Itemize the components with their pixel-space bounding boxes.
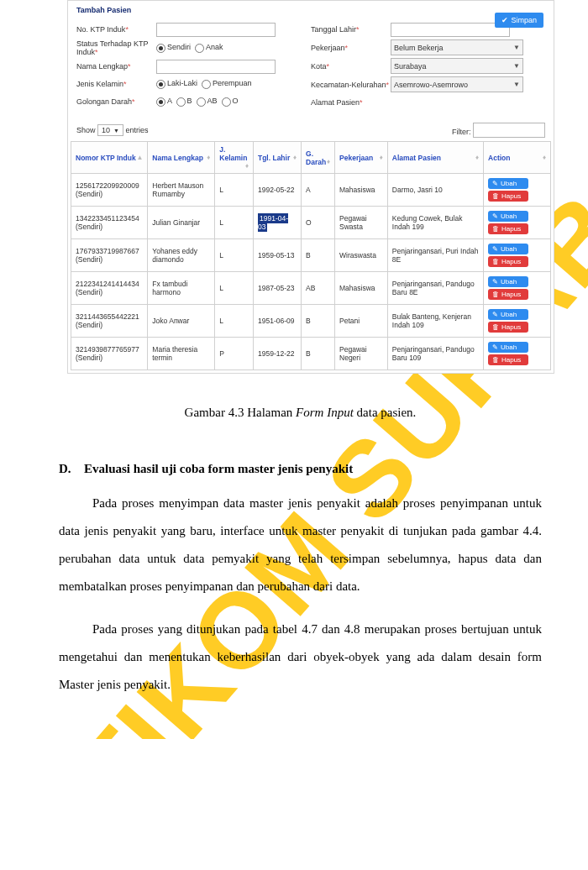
cell-alamat: Darmo, Jasri 10 [387, 174, 483, 207]
table-row: 1256172209920009(Sendiri)Herbert Mauson … [71, 174, 551, 207]
cell-alamat: Kedung Cowek, Bulak Indah 199 [387, 207, 483, 239]
kota-label: Kota* [311, 62, 391, 71]
radio-perempuan[interactable] [202, 80, 211, 89]
noktp-label: No. KTP Induk* [76, 25, 156, 34]
status-label: Status Terhadap KTP Induk* [76, 39, 156, 56]
check-icon: ✔ [501, 16, 508, 24]
cell-gd: A [302, 174, 335, 207]
radio-laki-label: Laki-Laki [167, 79, 197, 87]
paragraph-2: Pada proses yang ditunjukan pada tabel 4… [59, 616, 542, 699]
kota-select[interactable]: Surabaya▼ [391, 58, 523, 74]
panel-title: Tambah Pasien [68, 1, 554, 19]
radio-sendiri[interactable] [156, 44, 165, 53]
patient-table: Nomor KTP Induk▲ Nama Lengkap♦ J. Kelami… [71, 141, 551, 370]
th-jk[interactable]: J. Kelamin♦ [215, 142, 254, 174]
jk-label: Jenis Kelamin* [76, 80, 156, 88]
show-entries: Show 10▼ entries [76, 124, 149, 136]
cell-ktp: 1256172209920009(Sendiri) [71, 174, 148, 207]
nama-input[interactable] [156, 60, 276, 74]
cell-pek: Pegawai Negeri [335, 338, 388, 370]
edit-button[interactable]: ✎ Ubah [488, 309, 528, 320]
cell-pek: Petani [335, 305, 388, 338]
cell-pek: Mahasiswa [335, 174, 388, 207]
sort-icon: ♦ [245, 162, 249, 170]
radio-anak[interactable] [195, 44, 204, 53]
sort-icon: ♦ [380, 154, 383, 161]
cell-action: ✎ Ubah🗑 Hapus [484, 174, 551, 207]
radio-laki[interactable] [156, 80, 165, 89]
cell-action: ✎ Ubah🗑 Hapus [484, 305, 551, 338]
noktp-input[interactable] [156, 23, 276, 37]
radio-ab[interactable] [197, 97, 206, 107]
delete-button[interactable]: 🗑 Hapus [488, 289, 528, 300]
radio-a-label: A [167, 97, 172, 105]
nama-label: Nama Lengkap* [76, 62, 156, 71]
cell-ktp: 1767933719987667(Sendiri) [71, 239, 148, 272]
figure-caption: Gambar 4.3 Halaman Form Input data pasie… [59, 406, 542, 420]
alamat-label: Alamat Pasien* [311, 98, 391, 107]
cell-alamat: Penjaringansari, Pandugo Baru 109 [387, 338, 483, 370]
gol-radios: A B AB O [156, 97, 239, 106]
cell-nama: Fx tambudi harmono [148, 272, 215, 305]
th-nama[interactable]: Nama Lengkap♦ [148, 142, 215, 174]
th-pek[interactable]: Pekerjaan♦ [335, 142, 388, 174]
pekerjaan-value: Belum Bekerja [394, 44, 444, 52]
radio-o[interactable] [222, 97, 231, 107]
pekerjaan-select[interactable]: Belum Bekerja▼ [391, 39, 523, 55]
gol-label: Golongan Darah* [76, 97, 156, 106]
radio-b[interactable] [176, 97, 186, 107]
edit-button[interactable]: ✎ Ubah [488, 244, 528, 254]
th-tgl[interactable]: Tgl. Lahir♦ [253, 142, 301, 174]
chevron-down-icon: ▼ [113, 128, 119, 134]
save-button-label: Simpan [511, 16, 537, 24]
cell-jk: P [215, 338, 254, 370]
sort-icon: ♦ [207, 154, 210, 161]
edit-button[interactable]: ✎ Ubah [488, 276, 528, 287]
delete-button[interactable]: 🗑 Hapus [488, 354, 528, 365]
delete-button[interactable]: 🗑 Hapus [488, 223, 528, 234]
cell-alamat: Penjaringansari, Puri Indah 8E [387, 239, 483, 272]
radio-a[interactable] [156, 97, 165, 107]
delete-button[interactable]: 🗑 Hapus [488, 322, 528, 333]
radio-perempuan-label: Perempuan [213, 79, 252, 87]
th-ktp[interactable]: Nomor KTP Induk▲ [71, 142, 148, 174]
edit-button[interactable]: ✎ Ubah [488, 342, 528, 353]
cell-action: ✎ Ubah🗑 Hapus [484, 272, 551, 305]
delete-button[interactable]: 🗑 Hapus [488, 256, 528, 267]
pekerjaan-label: Pekerjaan* [311, 44, 391, 52]
cell-gd: AB [302, 272, 335, 305]
delete-button[interactable]: 🗑 Hapus [488, 191, 528, 202]
th-action[interactable]: Action♦ [484, 142, 551, 174]
save-button[interactable]: ✔Simpan [495, 13, 543, 28]
cell-gd: B [302, 305, 335, 338]
cell-nama: Yohanes eddy diamondo [148, 239, 215, 272]
tgl-input[interactable] [391, 23, 510, 37]
section-heading: D.Evaluasi hasil uji coba form master je… [59, 462, 542, 476]
trash-icon: 🗑 [492, 356, 499, 364]
cell-nama: Joko Anwar [148, 305, 215, 338]
paragraph-1: Pada proses menyimpan data master jenis … [59, 490, 542, 600]
entries-count: 10 [102, 126, 110, 134]
cell-ktp: 3214939877765977(Sendiri) [71, 338, 148, 370]
edit-icon: ✎ [492, 245, 498, 253]
app-screenshot: Tambah Pasien ✔Simpan No. KTP Induk* Sta… [67, 0, 554, 374]
cell-gd: B [302, 338, 335, 370]
edit-button[interactable]: ✎ Ubah [488, 211, 528, 222]
th-alamat[interactable]: Alamat Pasien♦ [387, 142, 483, 174]
cell-jk: L [215, 239, 254, 272]
filter-input[interactable] [473, 123, 545, 138]
edit-button[interactable]: ✎ Ubah [488, 178, 528, 189]
table-row: 1342233451123454(Sendiri)Julian Ginanjar… [71, 207, 551, 239]
radio-o-label: O [233, 97, 239, 105]
cell-jk: L [215, 272, 254, 305]
cell-gd: B [302, 239, 335, 272]
filter-wrap: Filter: [452, 123, 545, 138]
entries-select[interactable]: 10▼ [97, 124, 123, 136]
kec-select[interactable]: Asemrowo-Asemrowo▼ [391, 76, 523, 92]
sort-icon: ▲ [136, 154, 143, 161]
trash-icon: 🗑 [492, 258, 499, 265]
cell-action: ✎ Ubah🗑 Hapus [484, 207, 551, 239]
status-radios: Sendiri Anak [156, 43, 223, 52]
th-gd[interactable]: G. Darah♦ [302, 142, 335, 174]
cell-alamat: Penjaringansari, Pandugo Baru 8E [387, 272, 483, 305]
